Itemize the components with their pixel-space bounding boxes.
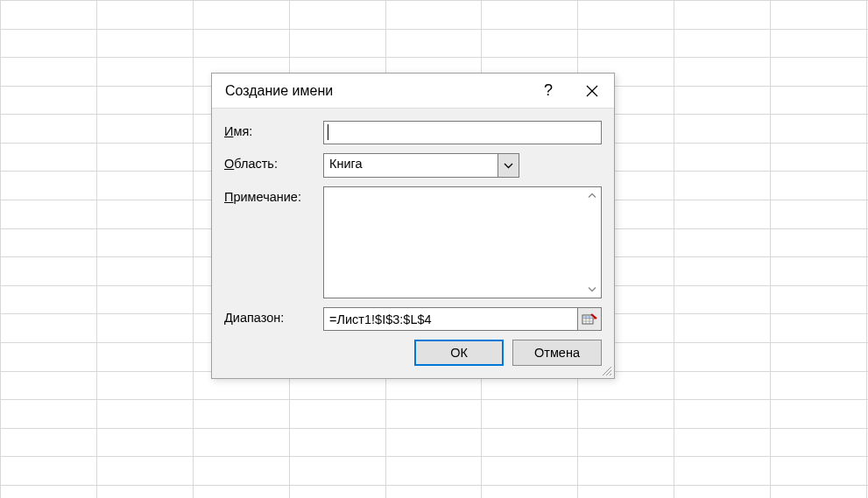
help-button[interactable]: ?: [526, 74, 570, 109]
name-input[interactable]: [323, 121, 602, 144]
comment-textarea[interactable]: [324, 187, 583, 298]
svg-line-11: [610, 374, 611, 375]
close-icon: [586, 85, 598, 97]
scroll-down-icon: [588, 286, 596, 292]
name-label: Имя:: [224, 121, 323, 144]
comment-scrollbar[interactable]: [583, 187, 601, 298]
cancel-button[interactable]: Отмена: [512, 340, 602, 366]
chevron-down-icon: [498, 154, 519, 177]
comment-label: Примечание:: [224, 186, 323, 298]
range-select-icon: [582, 312, 597, 326]
range-input[interactable]: [323, 307, 577, 331]
range-label: Диапазон:: [224, 307, 323, 331]
scope-value: Книга: [324, 154, 498, 177]
text-cursor: [328, 124, 328, 140]
resize-grip-icon[interactable]: [600, 364, 612, 376]
svg-rect-3: [583, 316, 592, 319]
ok-button[interactable]: ОК: [414, 340, 504, 366]
titlebar: Создание имени ?: [212, 74, 614, 109]
scope-label: Область:: [224, 153, 323, 178]
close-button[interactable]: [570, 74, 614, 109]
new-name-dialog: Создание имени ? Имя: Область: Книга: [211, 73, 615, 379]
collapse-dialog-button[interactable]: [577, 307, 602, 331]
scroll-up-icon: [588, 193, 596, 199]
scope-select[interactable]: Книга: [323, 153, 519, 178]
dialog-title: Создание имени: [225, 83, 526, 99]
